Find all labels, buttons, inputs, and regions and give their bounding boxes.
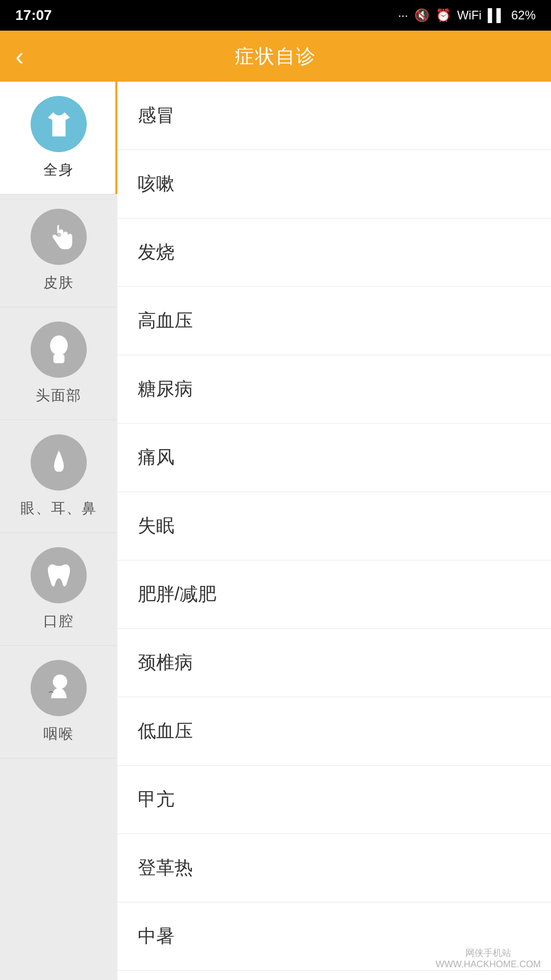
wifi-icon: WiFi [457, 8, 482, 22]
status-bar: 17:07 ··· 🔇 ⏰ WiFi ▌▌ 62% [0, 0, 551, 31]
symptom-item-4[interactable]: 高血压 [117, 287, 551, 355]
hand-icon [42, 220, 76, 254]
symptom-item-10[interactable]: 低血压 [117, 697, 551, 766]
svg-point-1 [50, 335, 68, 355]
sidebar-label-quanshen: 全身 [43, 160, 74, 180]
alarm-icon: ⏰ [436, 8, 451, 22]
main-content: 全身 皮肤 头面部 [0, 82, 551, 980]
watermark: 网侠手机站 WWW.HACKHOME.COM [436, 947, 541, 970]
body-icon [42, 108, 76, 141]
page-title: 症状自诊 [235, 43, 316, 69]
sidebar-item-yanhou[interactable]: 咽喉 [0, 646, 117, 758]
watermark-line1: 网侠手机站 [436, 947, 541, 959]
head-profile-icon [42, 333, 76, 366]
signal-dots-icon: ··· [398, 8, 408, 22]
svg-point-0 [57, 232, 61, 237]
sidebar-label-yanhou: 咽喉 [43, 724, 74, 744]
sidebar-label-kouqiang: 口腔 [43, 611, 74, 631]
mute-icon: 🔇 [414, 8, 430, 22]
page-header: ‹ 症状自诊 [0, 31, 551, 82]
pifu-icon-circle [31, 209, 87, 265]
status-time: 17:07 [15, 7, 52, 23]
symptom-item-8[interactable]: 肥胖/减肥 [117, 560, 551, 629]
sidebar-item-pifu[interactable]: 皮肤 [0, 194, 117, 307]
symptom-item-9[interactable]: 颈椎病 [117, 629, 551, 697]
watermark-line2: WWW.HACKHOME.COM [436, 959, 541, 970]
symptom-item-14[interactable]: 高血脂 [117, 971, 551, 980]
symptom-item-5[interactable]: 糖尿病 [117, 355, 551, 424]
throat-icon [42, 672, 76, 705]
nose-icon [42, 446, 76, 479]
symptom-list: 感冒咳嗽发烧高血压糖尿病痛风失眠肥胖/减肥颈椎病低血压甲亢登革热中暑高血脂 [117, 82, 551, 980]
sidebar-label-yanernbi: 眼、耳、鼻 [20, 499, 97, 518]
symptom-item-1[interactable]: 感冒 [117, 82, 551, 150]
sidebar-item-quanshen[interactable]: 全身 [0, 82, 117, 194]
signal-icon: ▌▌ [488, 8, 505, 22]
quanshen-icon-circle [31, 96, 87, 152]
kouqiang-icon-circle [31, 547, 87, 603]
sidebar-item-kouqiang[interactable]: 口腔 [0, 533, 117, 646]
symptom-item-7[interactable]: 失眠 [117, 492, 551, 560]
symptom-item-6[interactable]: 痛风 [117, 424, 551, 492]
sidebar-label-toumianbu: 头面部 [36, 386, 82, 405]
category-sidebar: 全身 皮肤 头面部 [0, 82, 117, 980]
toumianbu-icon-circle [31, 322, 87, 378]
yanernbi-icon-circle [31, 434, 87, 491]
symptom-item-12[interactable]: 登革热 [117, 834, 551, 902]
tooth-icon [42, 559, 76, 592]
battery-icon: 62% [511, 8, 536, 22]
back-button[interactable]: ‹ [15, 41, 24, 71]
svg-rect-2 [53, 354, 64, 363]
symptom-item-2[interactable]: 咳嗽 [117, 150, 551, 218]
status-icons: ··· 🔇 ⏰ WiFi ▌▌ 62% [398, 8, 536, 22]
svg-point-3 [53, 674, 67, 689]
yanhou-icon-circle [31, 660, 87, 716]
sidebar-item-yanernbi[interactable]: 眼、耳、鼻 [0, 420, 117, 533]
sidebar-label-pifu: 皮肤 [43, 273, 74, 292]
sidebar-item-toumianbu[interactable]: 头面部 [0, 307, 117, 420]
symptom-item-3[interactable]: 发烧 [117, 218, 551, 287]
symptom-item-11[interactable]: 甲亢 [117, 766, 551, 834]
